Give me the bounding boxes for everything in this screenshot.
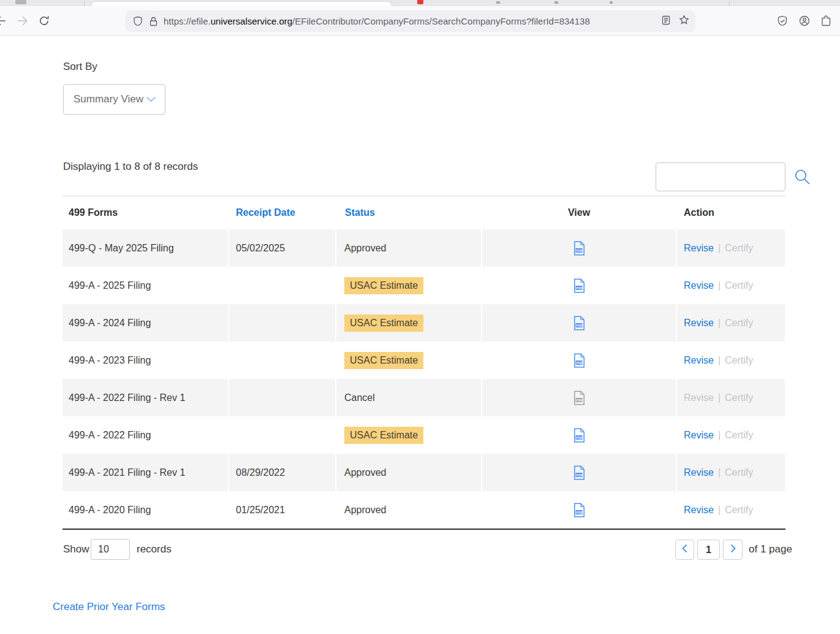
svg-text:PDF: PDF xyxy=(576,510,583,514)
table-row: 499-A - 2023 Filing USAC Estimate PDF Re… xyxy=(62,342,785,379)
certify-link[interactable]: Certify xyxy=(725,430,753,441)
action-separator: | xyxy=(718,243,721,254)
receipt-date xyxy=(229,267,335,304)
browser-tab-strip xyxy=(0,0,840,6)
pdf-icon[interactable]: PDF xyxy=(573,241,585,256)
action-separator: | xyxy=(718,355,721,366)
create-prior-year-forms-link[interactable]: Create Prior Year Forms xyxy=(53,601,165,613)
svg-text:PDF: PDF xyxy=(576,248,583,252)
pdf-icon[interactable]: PDF xyxy=(573,353,585,368)
next-page-button[interactable] xyxy=(723,540,743,560)
action-separator: | xyxy=(718,280,721,291)
header-status[interactable]: Status xyxy=(336,207,481,218)
bookmark-star-icon[interactable] xyxy=(679,15,689,28)
back-icon[interactable] xyxy=(0,15,6,26)
revise-link[interactable]: Revise xyxy=(684,392,714,403)
status-value: Approved xyxy=(344,467,387,478)
table-row: 499-A - 2020 Filing 01/25/2021 Approved … xyxy=(62,491,785,529)
svg-text:PDF: PDF xyxy=(576,286,583,289)
status-cell: Approved xyxy=(336,491,481,529)
revise-link[interactable]: Revise xyxy=(684,430,714,441)
form-name: 499-Q - May 2025 Filing xyxy=(62,229,228,267)
status-cell: USAC Estimate xyxy=(336,267,481,304)
page-size-input[interactable] xyxy=(91,539,130,560)
revise-link[interactable]: Revise xyxy=(684,355,714,366)
window-control-fragment xyxy=(15,0,26,4)
reader-view-icon[interactable] xyxy=(662,15,670,28)
active-tab[interactable] xyxy=(91,1,392,6)
status-value: USAC Estimate xyxy=(344,315,423,332)
view-cell: PDF xyxy=(482,229,676,267)
certify-link[interactable]: Certify xyxy=(725,467,753,478)
header-receipt-date[interactable]: Receipt Date xyxy=(229,207,335,218)
records-summary: Displaying 1 to 8 of 8 records xyxy=(63,161,198,173)
status-value: Cancel xyxy=(344,392,375,403)
pdf-icon[interactable]: PDF xyxy=(573,503,585,518)
reload-icon[interactable] xyxy=(39,15,50,26)
url-bar[interactable]: https://efile.universalservice.org/EFile… xyxy=(126,10,695,32)
forward-icon[interactable] xyxy=(17,15,28,26)
pdf-icon[interactable]: PDF xyxy=(573,428,585,443)
certify-link[interactable]: Certify xyxy=(725,392,753,403)
revise-link[interactable]: Revise xyxy=(684,318,714,329)
form-name: 499-A - 2025 Filing xyxy=(62,267,228,304)
action-cell: Revise | Certify xyxy=(677,267,785,304)
status-cell: USAC Estimate xyxy=(336,416,481,454)
tracking-protection-shield-icon[interactable] xyxy=(133,16,143,26)
url-text[interactable]: https://efile.universalservice.org/EFile… xyxy=(164,16,662,26)
svg-text:PDF: PDF xyxy=(576,435,583,439)
status-cell: Approved xyxy=(336,229,481,267)
pdf-icon[interactable]: PDF xyxy=(573,278,585,293)
svg-text:PDF: PDF xyxy=(576,361,583,364)
table-body: 499-Q - May 2025 Filing 05/02/2025 Appro… xyxy=(62,229,785,530)
action-separator: | xyxy=(718,467,721,478)
next-tab-favicon-fragment xyxy=(417,0,423,4)
extensions-icon[interactable] xyxy=(821,15,831,26)
table-row: 499-Q - May 2025 Filing 05/02/2025 Appro… xyxy=(62,229,785,267)
table-header-row: 499 Forms Receipt Date Status View Actio… xyxy=(62,196,785,229)
pdf-icon[interactable]: PDF xyxy=(573,465,585,480)
revise-link[interactable]: Revise xyxy=(684,505,714,516)
view-cell: PDF xyxy=(482,491,676,529)
certify-link[interactable]: Certify xyxy=(725,280,753,291)
table-row: 499-A - 2021 Filing - Rev 1 08/29/2022 A… xyxy=(62,454,785,491)
account-icon[interactable] xyxy=(799,15,810,26)
shield-check-icon[interactable] xyxy=(777,15,788,26)
status-value: USAC Estimate xyxy=(344,352,423,369)
revise-link[interactable]: Revise xyxy=(684,243,714,254)
revise-link[interactable]: Revise xyxy=(684,467,714,478)
header-499-forms: 499 Forms xyxy=(62,207,228,218)
action-cell: Revise | Certify xyxy=(677,416,785,454)
receipt-date xyxy=(229,304,335,342)
receipt-date: 01/25/2021 xyxy=(229,491,335,529)
search-input[interactable] xyxy=(656,163,794,191)
sort-view-dropdown[interactable]: Summary View xyxy=(63,84,165,115)
search-icon[interactable] xyxy=(794,169,811,185)
pdf-icon[interactable]: PDF xyxy=(573,391,585,405)
previous-page-button[interactable] xyxy=(675,540,694,560)
certify-link[interactable]: Certify xyxy=(725,355,753,366)
action-separator: | xyxy=(718,392,721,403)
certify-link[interactable]: Certify xyxy=(725,243,753,254)
form-name: 499-A - 2020 Filing xyxy=(62,491,228,529)
lock-icon[interactable] xyxy=(149,17,157,26)
dropdown-selected-value: Summary View xyxy=(74,93,143,105)
status-cell: USAC Estimate xyxy=(336,304,481,342)
action-separator: | xyxy=(718,505,721,516)
browser-toolbar: https://efile.universalservice.org/EFile… xyxy=(0,6,840,36)
current-page-number: 1 xyxy=(697,540,720,560)
form-name: 499-A - 2021 Filing - Rev 1 xyxy=(62,454,228,491)
header-action: Action xyxy=(677,207,785,218)
action-cell: Revise | Certify xyxy=(677,229,785,267)
certify-link[interactable]: Certify xyxy=(725,505,753,516)
sort-by-label: Sort By xyxy=(63,61,97,73)
view-cell: PDF xyxy=(482,416,676,454)
view-cell: PDF xyxy=(482,304,676,342)
certify-link[interactable]: Certify xyxy=(725,318,753,329)
receipt-date: 05/02/2025 xyxy=(229,229,335,267)
revise-link[interactable]: Revise xyxy=(684,280,714,291)
table-row: 499-A - 2025 Filing USAC Estimate PDF Re… xyxy=(62,267,785,304)
action-separator: | xyxy=(718,430,721,441)
pdf-icon[interactable]: PDF xyxy=(573,316,585,330)
receipt-date: 08/29/2022 xyxy=(229,454,335,491)
